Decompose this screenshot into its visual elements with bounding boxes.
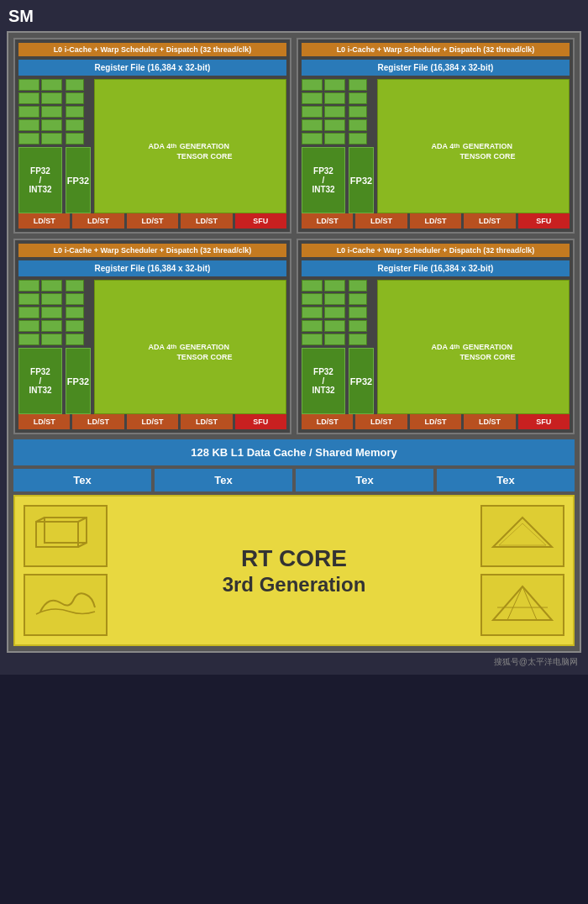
svg-marker-7 <box>493 586 552 620</box>
rt-right-icon-top <box>480 505 564 567</box>
signature-icon-svg <box>32 582 99 624</box>
svg-line-9 <box>522 586 537 620</box>
sfu-4: SFU <box>518 414 570 429</box>
main-container: SM L0 i-Cache + Warp Scheduler + Dispatc… <box>0 0 588 675</box>
l0-cache-bar-3: L0 i-Cache + Warp Scheduler + Dispatch (… <box>18 244 286 257</box>
register-file-bar-2: Register File (16,384 x 32-bit) <box>302 60 570 76</box>
tensor-core-4: ADA 4thGENERATIONTENSOR CORE <box>377 280 570 414</box>
ldst-5: LD/ST <box>302 213 353 229</box>
compute-area-1: FP32/INT32 FP32 <box>18 79 286 213</box>
register-file-bar-3: Register File (16,384 x 32-bit) <box>18 260 286 276</box>
l0-cache-bar-2: L0 i-Cache + Warp Scheduler + Dispatch (… <box>302 43 570 56</box>
sm-outer: L0 i-Cache + Warp Scheduler + Dispatch (… <box>7 31 581 653</box>
ldst-16: LD/ST <box>464 414 515 429</box>
triangle-icon-svg <box>489 513 556 555</box>
ldst-7: LD/ST <box>410 213 461 229</box>
quadrant-2: L0 i-Cache + Warp Scheduler + Dispatch (… <box>297 38 575 234</box>
rt-icon-left <box>24 505 108 636</box>
fp32-int32-3: FP32/INT32 <box>18 348 62 414</box>
ldst-10: LD/ST <box>72 414 123 429</box>
rt-icon-right <box>480 505 564 636</box>
fp32-int32-2: FP32/INT32 <box>302 147 345 213</box>
ldst-8: LD/ST <box>464 213 515 229</box>
fp32-int32-4: FP32/INT32 <box>302 348 345 414</box>
tensor-core-1: ADA 4thGENERATIONTENSOR CORE <box>94 79 286 213</box>
fp32-int32-1: FP32/INT32 <box>18 147 62 213</box>
ldst-2: LD/ST <box>72 213 123 229</box>
tex-unit-2: Tex <box>155 469 292 491</box>
ldst-15: LD/ST <box>410 414 461 429</box>
ldst-11: LD/ST <box>127 414 178 429</box>
bottom-units-1: LD/ST LD/ST LD/ST LD/ST SFU <box>18 213 286 229</box>
fp32-1: FP32 <box>66 147 91 213</box>
ldst-3: LD/ST <box>127 213 178 229</box>
compute-area-2: FP32/INT32 FP32 ADA 4thGENERATI <box>302 79 570 213</box>
rt-core-title: RT CORE <box>108 544 480 573</box>
ldst-1: LD/ST <box>18 213 70 229</box>
bottom-units-4: LD/ST LD/ST LD/ST LD/ST SFU <box>302 414 570 429</box>
tensor-core-2: ADA 4thGENERATIONTENSOR CORE <box>377 79 570 213</box>
l0-cache-bar-1: L0 i-Cache + Warp Scheduler + Dispatch (… <box>18 43 286 56</box>
fp32-3: FP32 <box>66 348 91 414</box>
ldst-9: LD/ST <box>18 414 70 429</box>
tex-unit-1: Tex <box>13 469 151 491</box>
ldst-14: LD/ST <box>355 414 407 429</box>
quadrant-grid: L0 i-Cache + Warp Scheduler + Dispatch (… <box>13 38 575 434</box>
sfu-2: SFU <box>518 213 570 229</box>
ldst-12: LD/ST <box>181 414 232 429</box>
tex-unit-4: Tex <box>437 469 575 491</box>
rt-left-icon-top <box>24 505 108 567</box>
rt-core-section: RT CORE 3rd Generation <box>13 495 575 646</box>
quadrant-3: L0 i-Cache + Warp Scheduler + Dispatch (… <box>13 239 291 434</box>
compute-area-4: FP32/INT32 FP32 ADA 4thGENERATI <box>302 280 570 414</box>
rt-left-icon-bottom <box>24 574 108 636</box>
quadrant-4: L0 i-Cache + Warp Scheduler + Dispatch (… <box>297 239 575 434</box>
register-file-bar-4: Register File (16,384 x 32-bit) <box>302 260 570 276</box>
register-file-bar-1: Register File (16,384 x 32-bit) <box>18 60 286 76</box>
ldst-6: LD/ST <box>355 213 407 229</box>
bottom-units-3: LD/ST LD/ST LD/ST LD/ST SFU <box>18 414 286 429</box>
svg-line-8 <box>507 586 522 620</box>
ldst-4: LD/ST <box>181 213 232 229</box>
tensor-core-3: ADA 4thGENERATIONTENSOR CORE <box>94 280 286 414</box>
sfu-3: SFU <box>235 414 286 429</box>
compute-area-3: FP32/INT32 FP32 ADA 4thGENERATI <box>18 280 286 414</box>
tex-unit-3: Tex <box>296 469 433 491</box>
ldst-13: LD/ST <box>302 414 353 429</box>
l1-cache-bar: 128 KB L1 Data Cache / Shared Memory <box>13 439 575 465</box>
sm-title: SM <box>7 7 581 26</box>
fp32-2: FP32 <box>349 147 374 213</box>
rt-right-icon-bottom <box>480 574 564 636</box>
box-icon-svg <box>32 513 99 555</box>
bottom-units-2: LD/ST LD/ST LD/ST LD/ST SFU <box>302 213 570 229</box>
tex-row: Tex Tex Tex Tex <box>13 469 575 491</box>
rt-core-gen: 3rd Generation <box>108 573 480 597</box>
grid-triangle-icon-svg <box>489 582 556 624</box>
fp32-4: FP32 <box>349 348 374 414</box>
sfu-1: SFU <box>235 213 286 229</box>
quadrant-1: L0 i-Cache + Warp Scheduler + Dispatch (… <box>13 38 291 234</box>
l0-cache-bar-4: L0 i-Cache + Warp Scheduler + Dispatch (… <box>302 244 570 257</box>
rt-core-text: RT CORE 3rd Generation <box>108 544 480 597</box>
watermark: 搜狐号@太平洋电脑网 <box>7 653 581 668</box>
